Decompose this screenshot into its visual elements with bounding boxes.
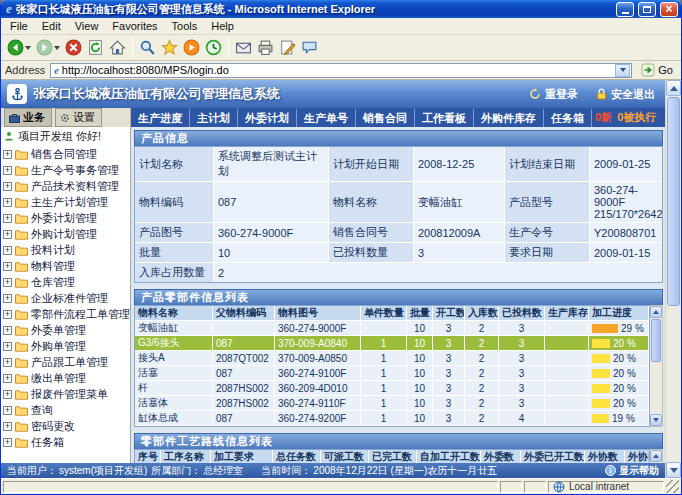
- expand-icon[interactable]: [3, 374, 12, 383]
- tree-item[interactable]: 产品技术资料管理: [3, 178, 130, 194]
- history-button[interactable]: [203, 37, 224, 59]
- go-label: Go: [658, 64, 673, 76]
- back-button[interactable]: [5, 37, 33, 59]
- scrollbar-thumb[interactable]: [651, 319, 661, 362]
- maximize-button[interactable]: [638, 2, 656, 17]
- logout-button[interactable]: 安全退出: [596, 87, 655, 102]
- scrollbar-thumb[interactable]: [667, 97, 680, 306]
- table-row[interactable]: 活塞体 2087HS002 360-274-9110F 1 10 3 2 3: [135, 396, 649, 411]
- expand-icon[interactable]: [3, 326, 12, 335]
- table-row[interactable]: G3/6接头 087 370-009-A0840 1 10 3 2 3: [135, 336, 649, 351]
- tab-settings[interactable]: 设置: [55, 108, 102, 127]
- expand-icon[interactable]: [3, 166, 12, 175]
- nav-item[interactable]: 销售合同: [356, 109, 415, 127]
- favorites-button[interactable]: [159, 37, 180, 59]
- nav-item[interactable]: 外委计划: [238, 109, 297, 127]
- table-row[interactable]: 变幅油缸 360-274-9000F 10 3 2 3: [135, 321, 649, 336]
- tree-item[interactable]: 产品跟工单管理: [3, 354, 130, 370]
- tree-item[interactable]: 查询: [3, 402, 130, 418]
- menu-item[interactable]: File: [3, 19, 35, 33]
- tree-item[interactable]: 主生产计划管理: [3, 194, 130, 210]
- nav-item[interactable]: 工作看板: [415, 109, 474, 127]
- tree-item[interactable]: 零部件流程工单管理: [3, 306, 130, 322]
- menu-item[interactable]: Tools: [165, 19, 205, 33]
- page-scrollbar[interactable]: [665, 80, 681, 478]
- table-row[interactable]: 接头A 2087QT002 370-009-A0850 1 10 3 2 3: [135, 351, 649, 366]
- tree-item[interactable]: 外委计划管理: [3, 210, 130, 226]
- tree-item[interactable]: 外购计划管理: [3, 226, 130, 242]
- scrollbar-track[interactable]: [650, 318, 662, 414]
- resize-grip[interactable]: [666, 480, 679, 493]
- expand-icon[interactable]: [3, 262, 12, 271]
- menu-bar: FileEditViewFavoritesToolsHelp: [1, 18, 681, 35]
- refresh-button[interactable]: [85, 37, 106, 59]
- tree-item[interactable]: 物料管理: [3, 258, 130, 274]
- tree-item[interactable]: 任务箱: [3, 434, 130, 450]
- nav-item[interactable]: 主计划: [190, 109, 238, 127]
- stop-button[interactable]: [63, 37, 84, 59]
- expand-icon[interactable]: [3, 198, 12, 207]
- scroll-up-button[interactable]: [650, 306, 662, 318]
- tree-item[interactable]: 密码更改: [3, 418, 130, 434]
- edit-button[interactable]: [277, 37, 298, 59]
- expand-icon[interactable]: [3, 294, 12, 303]
- menu-item[interactable]: View: [68, 19, 106, 33]
- expand-icon[interactable]: [3, 150, 12, 159]
- address-input[interactable]: [62, 64, 613, 76]
- scroll-up-button[interactable]: [650, 450, 662, 462]
- tree-item[interactable]: 企业标准件管理: [3, 290, 130, 306]
- show-help-button[interactable]: 显示帮助: [605, 464, 659, 478]
- scrollbar-track[interactable]: [666, 96, 681, 462]
- tree-item[interactable]: 生产令号事务管理: [3, 162, 130, 178]
- scrollbar-track[interactable]: [650, 462, 662, 463]
- menu-item[interactable]: Help: [204, 19, 241, 33]
- expand-icon[interactable]: [3, 358, 12, 367]
- address-dropdown-button[interactable]: [615, 64, 630, 77]
- tree-item[interactable]: 外购单管理: [3, 338, 130, 354]
- tree-item[interactable]: 销售合同管理: [3, 146, 130, 162]
- expand-icon[interactable]: [3, 422, 12, 431]
- parts-scrollbar[interactable]: [650, 305, 663, 427]
- scroll-down-button[interactable]: [666, 462, 681, 478]
- forward-button[interactable]: [34, 37, 62, 59]
- expand-icon[interactable]: [3, 246, 12, 255]
- table-row[interactable]: 缸体总成 087 360-274-9200F 1 10 3 2 4: [135, 411, 649, 426]
- relogin-button[interactable]: 重登录: [529, 87, 578, 102]
- menu-item[interactable]: Edit: [35, 19, 68, 33]
- mail-button[interactable]: [233, 37, 254, 59]
- expand-icon[interactable]: [3, 214, 12, 223]
- expand-icon[interactable]: [3, 342, 12, 351]
- print-button[interactable]: [255, 37, 276, 59]
- routes-scrollbar[interactable]: [650, 449, 663, 463]
- search-button[interactable]: [137, 37, 158, 59]
- discuss-button[interactable]: [299, 37, 320, 59]
- nav-item[interactable]: 生产进度: [131, 109, 190, 127]
- scroll-down-button[interactable]: [650, 414, 662, 426]
- nav-item[interactable]: 任务箱: [544, 109, 592, 127]
- minimize-button[interactable]: [616, 2, 634, 17]
- expand-icon[interactable]: [3, 230, 12, 239]
- expand-icon[interactable]: [3, 406, 12, 415]
- media-button[interactable]: [181, 37, 202, 59]
- tree-item[interactable]: 缴出单管理: [3, 370, 130, 386]
- expand-icon[interactable]: [3, 278, 12, 287]
- expand-icon[interactable]: [3, 182, 12, 191]
- expand-icon[interactable]: [3, 438, 12, 447]
- table-row[interactable]: 活塞 087 360-274-9100F 1 10 3 2 3: [135, 366, 649, 381]
- expand-icon[interactable]: [3, 310, 12, 319]
- home-button[interactable]: [107, 37, 128, 59]
- tree-item[interactable]: 报废件管理菜单: [3, 386, 130, 402]
- menu-item[interactable]: Favorites: [105, 19, 164, 33]
- tree-item[interactable]: 投料计划: [3, 242, 130, 258]
- go-button[interactable]: Go: [637, 63, 677, 77]
- page-body: 项目开发组 你好! 销售合同管理 生产令号事务管理: [1, 127, 665, 463]
- scroll-up-button[interactable]: [666, 80, 681, 96]
- close-button[interactable]: [660, 2, 678, 17]
- nav-item[interactable]: 外购件库存: [474, 109, 544, 127]
- tree-item[interactable]: 外委单管理: [3, 322, 130, 338]
- tab-business[interactable]: 业务: [4, 108, 52, 127]
- tree-item[interactable]: 仓库管理: [3, 274, 130, 290]
- nav-item[interactable]: 生产单号: [297, 109, 356, 127]
- expand-icon[interactable]: [3, 390, 12, 399]
- table-row[interactable]: 杆 2087HS002 360-209-4D010 1 10 3 2 3: [135, 381, 649, 396]
